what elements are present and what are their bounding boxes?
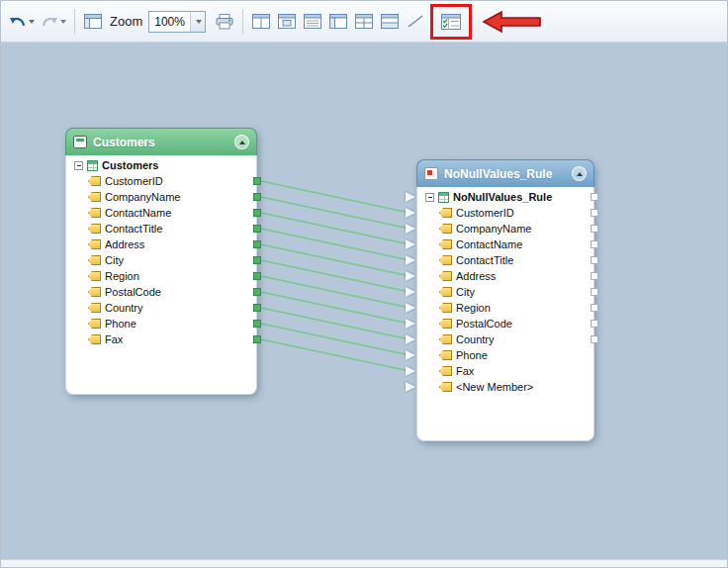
target-connector-stub[interactable]	[406, 255, 415, 265]
field-row[interactable]: ContactTitle	[417, 252, 593, 268]
target-output-stub[interactable]	[591, 256, 598, 264]
diagonal-line-icon	[406, 13, 425, 30]
target-connector-stub[interactable]	[406, 319, 415, 329]
target-connector-stub[interactable]	[406, 271, 415, 281]
highlighted-toolbar-button[interactable]	[437, 8, 465, 36]
field-row[interactable]: PostalCode	[417, 316, 593, 331]
field-row[interactable]: PostalCode	[66, 284, 256, 300]
grid-view-button[interactable]	[351, 8, 377, 36]
tree-root-row[interactable]: Customers	[66, 157, 256, 173]
attribute-icon	[439, 271, 452, 281]
rule-icon	[424, 167, 438, 180]
field-label: Address	[456, 270, 496, 282]
field-row[interactable]: Country	[66, 300, 256, 316]
source-connector-stub[interactable]	[253, 256, 261, 264]
field-row[interactable]: ContactName	[417, 237, 593, 252]
field-row[interactable]: Region	[66, 268, 256, 284]
attribute-icon	[88, 303, 101, 313]
left-pane-view-button[interactable]	[325, 8, 351, 36]
entity-customers[interactable]: Customers Customers CustomerID CompanyNa…	[65, 128, 257, 395]
field-row[interactable]: <New Member>	[417, 379, 593, 395]
target-connector-stub[interactable]	[406, 239, 415, 249]
target-output-stub[interactable]	[591, 272, 598, 280]
collapse-expander-icon[interactable]	[74, 161, 83, 170]
undo-button[interactable]	[6, 8, 38, 36]
attribute-icon	[439, 303, 452, 313]
field-label: ContactTitle	[456, 254, 513, 266]
field-label: Phone	[456, 349, 488, 361]
zoom-dropdown-button[interactable]	[190, 12, 205, 32]
target-connector-stub[interactable]	[406, 334, 415, 344]
target-output-stub[interactable]	[591, 225, 598, 233]
target-connector-stub[interactable]	[406, 224, 415, 234]
list-view-button[interactable]	[300, 8, 325, 36]
target-connector-stub[interactable]	[406, 350, 415, 360]
entity-nonullvalues-rule[interactable]: NoNullValues_Rule NoNullValues_Rule Cust…	[416, 159, 594, 441]
field-row[interactable]: City	[66, 252, 256, 268]
source-connector-stub[interactable]	[253, 177, 261, 185]
field-row[interactable]: Phone	[417, 347, 593, 363]
tree-root-label: NoNullValues_Rule	[453, 191, 552, 203]
target-connector-stub[interactable]	[406, 287, 415, 297]
field-row[interactable]: Address	[417, 268, 593, 284]
center-pane-view-button[interactable]	[274, 8, 300, 36]
source-connector-stub[interactable]	[253, 335, 261, 343]
target-output-stub[interactable]	[591, 320, 598, 328]
redo-button[interactable]	[38, 8, 69, 36]
source-connector-stub[interactable]	[253, 288, 261, 296]
field-row[interactable]: Phone	[66, 316, 256, 331]
collapse-entity-button[interactable]	[234, 135, 249, 149]
attribute-icon	[88, 176, 101, 186]
target-output-stub[interactable]	[591, 193, 598, 201]
source-connector-stub[interactable]	[253, 320, 261, 328]
field-row[interactable]: CompanyName	[66, 189, 256, 205]
diagram-canvas[interactable]: Customers Customers CustomerID CompanyNa…	[1, 43, 727, 559]
target-connector-stub[interactable]	[406, 192, 415, 202]
source-connector-stub[interactable]	[253, 193, 261, 201]
target-connector-stub[interactable]	[406, 303, 415, 313]
line-tool-button[interactable]	[403, 8, 428, 36]
split-vertical-icon	[251, 13, 271, 30]
field-row[interactable]: Fax	[66, 331, 256, 347]
field-row[interactable]: ContactTitle	[66, 221, 256, 237]
redo-dropdown-caret[interactable]	[60, 20, 66, 24]
field-row[interactable]: Region	[417, 300, 593, 316]
source-connector-stub[interactable]	[253, 209, 261, 217]
tree-root-row[interactable]: NoNullValues_Rule	[417, 189, 593, 205]
target-connector-stub[interactable]	[406, 382, 415, 392]
page-layout-button[interactable]	[80, 8, 106, 36]
field-row[interactable]: CustomerID	[66, 173, 256, 189]
entity-nonullvalues-rule-header[interactable]: NoNullValues_Rule	[416, 159, 594, 187]
source-connector-stub[interactable]	[253, 304, 261, 312]
horizontal-scrollbar[interactable]	[1, 559, 727, 567]
undo-dropdown-caret[interactable]	[29, 20, 35, 24]
collapse-expander-icon[interactable]	[425, 193, 434, 202]
tree-root-label: Customers	[102, 159, 158, 171]
target-output-stub[interactable]	[591, 240, 598, 248]
target-output-stub[interactable]	[591, 209, 598, 217]
source-connector-stub[interactable]	[253, 240, 261, 248]
field-row[interactable]: Country	[417, 331, 593, 347]
field-row[interactable]: City	[417, 284, 593, 300]
grid-view-icon	[354, 13, 374, 30]
field-row[interactable]: Address	[66, 237, 256, 252]
target-connector-stub[interactable]	[406, 366, 415, 376]
entity-title: NoNullValues_Rule	[444, 167, 552, 181]
field-row[interactable]: ContactName	[66, 205, 256, 221]
target-output-stub[interactable]	[591, 288, 598, 296]
field-row[interactable]: CustomerID	[417, 205, 593, 221]
zoom-combobox[interactable]: 100%	[148, 11, 206, 33]
entity-customers-header[interactable]: Customers	[65, 128, 257, 155]
target-output-stub[interactable]	[591, 304, 598, 312]
target-connector-stub[interactable]	[406, 208, 415, 218]
source-connector-stub[interactable]	[253, 225, 261, 233]
field-label: PostalCode	[456, 318, 512, 330]
collapse-entity-button[interactable]	[572, 166, 587, 181]
split-vertical-view-button[interactable]	[248, 8, 274, 36]
field-row[interactable]: Fax	[417, 363, 593, 379]
field-row[interactable]: CompanyName	[417, 221, 593, 237]
print-button[interactable]	[212, 8, 237, 36]
source-connector-stub[interactable]	[253, 272, 261, 280]
bottom-pane-view-button[interactable]	[377, 8, 403, 36]
target-output-stub[interactable]	[591, 335, 598, 343]
